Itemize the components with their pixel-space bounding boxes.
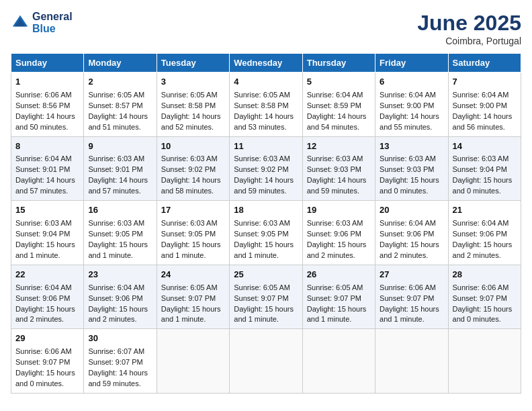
sunset-text: Sunset: 8:57 PM xyxy=(88,101,142,109)
header-friday: Friday xyxy=(375,54,448,73)
calendar-cell: 16Sunrise: 6:03 AMSunset: 9:05 PMDayligh… xyxy=(84,201,157,265)
sunrise-text: Sunrise: 6:04 AM xyxy=(15,283,72,291)
calendar-cell: 18Sunrise: 6:03 AMSunset: 9:05 PMDayligh… xyxy=(230,201,302,265)
calendar-cell: 27Sunrise: 6:06 AMSunset: 9:07 PMDayligh… xyxy=(375,265,448,329)
daylight-text: Daylight: 15 hours and 0 minutes. xyxy=(380,176,439,195)
logo-text-blue: Blue xyxy=(32,23,73,35)
header-tuesday: Tuesday xyxy=(157,54,229,73)
daylight-text: Daylight: 15 hours and 0 minutes. xyxy=(453,176,513,195)
sunrise-text: Sunrise: 6:03 AM xyxy=(234,219,290,227)
calendar-cell: 3Sunrise: 6:05 AMSunset: 8:58 PMDaylight… xyxy=(157,73,229,137)
daylight-text: Daylight: 15 hours and 1 minute. xyxy=(88,240,148,259)
sunrise-text: Sunrise: 6:03 AM xyxy=(307,154,363,163)
sunrise-text: Sunrise: 6:03 AM xyxy=(234,154,290,163)
sunset-text: Sunset: 9:07 PM xyxy=(234,294,288,302)
logo: General Blue xyxy=(11,11,73,36)
day-number: 23 xyxy=(88,269,152,281)
day-number: 17 xyxy=(161,204,225,217)
page-header: General Blue June 2025 Coimbra, Portugal xyxy=(11,11,521,46)
day-number: 15 xyxy=(15,204,79,217)
sunrise-text: Sunrise: 6:04 AM xyxy=(453,91,509,99)
sunrise-text: Sunrise: 6:07 AM xyxy=(88,347,144,355)
calendar-cell: 7Sunrise: 6:04 AMSunset: 9:00 PMDaylight… xyxy=(448,73,521,137)
daylight-text: Daylight: 14 hours and 59 minutes. xyxy=(307,176,367,195)
daylight-text: Daylight: 14 hours and 57 minutes. xyxy=(15,176,75,195)
sunset-text: Sunset: 9:01 PM xyxy=(15,165,70,173)
calendar-row: 8Sunrise: 6:04 AMSunset: 9:01 PMDaylight… xyxy=(11,136,521,201)
sunset-text: Sunset: 8:58 PM xyxy=(161,101,216,109)
sunset-text: Sunset: 9:01 PM xyxy=(88,165,142,173)
calendar-cell: 24Sunrise: 6:05 AMSunset: 9:07 PMDayligh… xyxy=(157,265,229,329)
day-number: 21 xyxy=(453,204,517,217)
sunrise-text: Sunrise: 6:06 AM xyxy=(453,283,509,291)
day-number: 25 xyxy=(234,269,298,281)
calendar-cell: 21Sunrise: 6:04 AMSunset: 9:06 PMDayligh… xyxy=(448,201,521,265)
sunset-text: Sunset: 9:00 PM xyxy=(380,101,434,109)
location-subtitle: Coimbra, Portugal xyxy=(417,36,521,46)
sunrise-text: Sunrise: 6:03 AM xyxy=(307,219,363,227)
calendar-cell: 30Sunrise: 6:07 AMSunset: 9:07 PMDayligh… xyxy=(84,329,157,394)
sunrise-text: Sunrise: 6:06 AM xyxy=(380,283,436,291)
daylight-text: Daylight: 15 hours and 1 minute. xyxy=(161,305,221,324)
sunrise-text: Sunrise: 6:03 AM xyxy=(161,154,218,163)
sunset-text: Sunset: 9:05 PM xyxy=(234,230,288,238)
weekday-header-row: Sunday Monday Tuesday Wednesday Thursday… xyxy=(11,54,521,73)
day-number: 14 xyxy=(453,140,517,153)
sunrise-text: Sunrise: 6:05 AM xyxy=(161,91,218,99)
calendar-cell: 8Sunrise: 6:04 AMSunset: 9:01 PMDaylight… xyxy=(11,136,84,201)
logo-text-general: General xyxy=(32,11,73,23)
day-number: 4 xyxy=(234,76,298,89)
sunrise-text: Sunrise: 6:03 AM xyxy=(453,154,509,163)
sunrise-text: Sunrise: 6:05 AM xyxy=(234,91,290,99)
sunrise-text: Sunrise: 6:04 AM xyxy=(453,219,509,227)
calendar-cell: 17Sunrise: 6:03 AMSunset: 9:05 PMDayligh… xyxy=(157,201,229,265)
header-saturday: Saturday xyxy=(448,54,521,73)
day-number: 8 xyxy=(15,140,79,153)
sunrise-text: Sunrise: 6:05 AM xyxy=(88,91,144,99)
calendar-cell: 2Sunrise: 6:05 AMSunset: 8:57 PMDaylight… xyxy=(84,73,157,137)
sunset-text: Sunset: 9:07 PM xyxy=(380,294,434,302)
sunrise-text: Sunrise: 6:03 AM xyxy=(15,219,72,227)
sunset-text: Sunset: 9:05 PM xyxy=(161,230,216,238)
day-number: 10 xyxy=(161,140,225,153)
calendar-cell: 6Sunrise: 6:04 AMSunset: 9:00 PMDaylight… xyxy=(375,73,448,137)
day-number: 20 xyxy=(380,204,443,217)
day-number: 30 xyxy=(88,332,152,345)
day-number: 26 xyxy=(307,269,371,281)
calendar-cell: 29Sunrise: 6:06 AMSunset: 9:07 PMDayligh… xyxy=(11,329,84,394)
day-number: 6 xyxy=(380,76,443,89)
calendar-cell: 28Sunrise: 6:06 AMSunset: 9:07 PMDayligh… xyxy=(448,265,521,329)
calendar-cell: 12Sunrise: 6:03 AMSunset: 9:03 PMDayligh… xyxy=(302,136,375,201)
daylight-text: Daylight: 14 hours and 59 minutes. xyxy=(88,369,148,387)
calendar-row: 1Sunrise: 6:06 AMSunset: 8:56 PMDaylight… xyxy=(11,73,521,137)
sunrise-text: Sunrise: 6:04 AM xyxy=(380,91,436,99)
day-number: 1 xyxy=(15,76,79,89)
daylight-text: Daylight: 15 hours and 1 minute. xyxy=(234,305,294,324)
calendar-cell: 15Sunrise: 6:03 AMSunset: 9:04 PMDayligh… xyxy=(11,201,84,265)
daylight-text: Daylight: 15 hours and 2 minutes. xyxy=(380,240,439,259)
title-block: June 2025 Coimbra, Portugal xyxy=(417,11,521,46)
calendar-cell: 19Sunrise: 6:03 AMSunset: 9:06 PMDayligh… xyxy=(302,201,375,265)
day-number: 5 xyxy=(307,76,371,89)
day-number: 11 xyxy=(234,140,298,153)
sunrise-text: Sunrise: 6:05 AM xyxy=(161,283,218,291)
daylight-text: Daylight: 15 hours and 2 minutes. xyxy=(307,240,367,259)
sunrise-text: Sunrise: 6:04 AM xyxy=(15,154,72,163)
calendar-cell: 10Sunrise: 6:03 AMSunset: 9:02 PMDayligh… xyxy=(157,136,229,201)
daylight-text: Daylight: 14 hours and 58 minutes. xyxy=(161,176,221,195)
daylight-text: Daylight: 14 hours and 51 minutes. xyxy=(88,112,148,131)
sunrise-text: Sunrise: 6:06 AM xyxy=(15,91,72,99)
calendar-cell xyxy=(448,329,521,394)
day-number: 18 xyxy=(234,204,298,217)
sunset-text: Sunset: 9:05 PM xyxy=(88,230,142,238)
sunrise-text: Sunrise: 6:03 AM xyxy=(88,154,144,163)
header-thursday: Thursday xyxy=(302,54,375,73)
calendar-cell xyxy=(230,329,302,394)
calendar-cell: 9Sunrise: 6:03 AMSunset: 9:01 PMDaylight… xyxy=(84,136,157,201)
month-title: June 2025 xyxy=(417,11,521,36)
sunset-text: Sunset: 9:07 PM xyxy=(161,294,216,302)
sunset-text: Sunset: 9:07 PM xyxy=(88,358,142,366)
sunrise-text: Sunrise: 6:05 AM xyxy=(307,283,363,291)
calendar-cell: 22Sunrise: 6:04 AMSunset: 9:06 PMDayligh… xyxy=(11,265,84,329)
sunset-text: Sunset: 9:03 PM xyxy=(380,165,434,173)
